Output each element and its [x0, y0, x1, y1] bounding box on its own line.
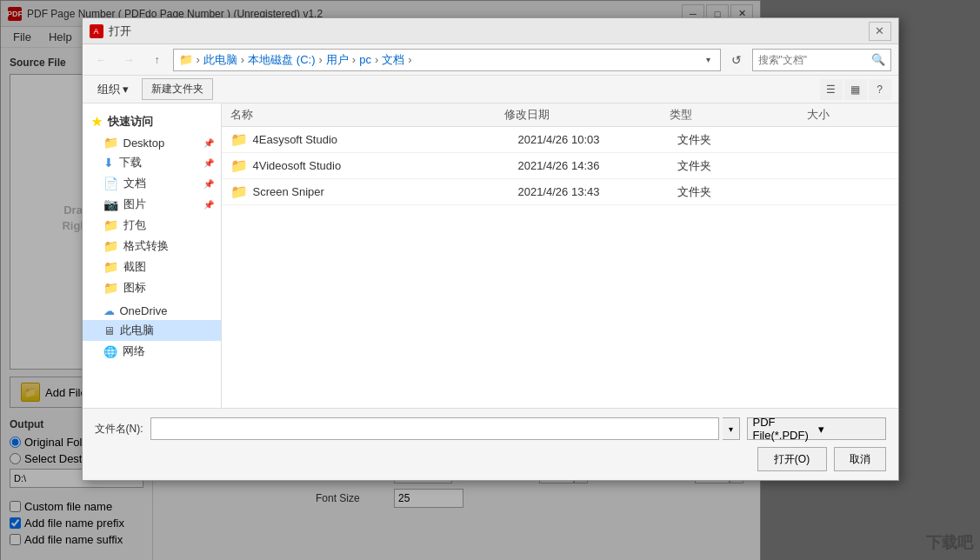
dialog-cancel-button[interactable]: 取消 [834, 447, 886, 471]
dialog-title: 打开 [109, 23, 131, 39]
breadcrumb-docs[interactable]: 文档 [382, 52, 404, 68]
documents-folder-icon: 📄 [103, 177, 118, 190]
dialog-toolbar: ← → ↑ 📁 › 此电脑 › 本地磁盘 (C:) › 用户 › pc › 文档… [83, 44, 898, 76]
file-date-1: 2021/4/26 14:36 [518, 159, 677, 172]
sidebar-item-documents[interactable]: 📄 文档 📌 [83, 173, 221, 194]
nav-forward-button[interactable]: → [117, 49, 142, 71]
desktop-label: Desktop [123, 137, 165, 150]
dialog-overlay: A 打开 ✕ ← → ↑ 📁 › 此电脑 › 本地磁盘 (C:) › 用户 › … [0, 0, 980, 560]
sidebar-item-format[interactable]: 📁 格式转换 [83, 236, 221, 257]
file-list-header: 名称 修改日期 类型 大小 [222, 103, 898, 127]
sidebar-item-icon[interactable]: 📁 图标 [83, 277, 221, 298]
col-size[interactable]: 大小 [807, 107, 890, 123]
filename-input-wrap: ▾ [150, 417, 740, 440]
breadcrumb-sep3: › [352, 53, 356, 66]
sidebar-item-network[interactable]: 🌐 网络 [83, 341, 221, 362]
downloads-pin: 📌 [203, 158, 214, 168]
onedrive-label: OneDrive [120, 304, 168, 317]
sidebar-item-package[interactable]: 📁 打包 [83, 215, 221, 236]
file-name-0: 4Easysoft Studio [253, 133, 518, 146]
onedrive-icon: ☁ [103, 304, 115, 317]
quick-access-label: 快速访问 [108, 114, 153, 130]
view-help-button[interactable]: ? [869, 79, 891, 100]
filename-label: 文件名(N): [95, 422, 143, 437]
breadcrumb-sep1: › [241, 53, 244, 66]
search-box: 🔍 [752, 49, 891, 71]
filetype-label: PDF File(*.PDF) [753, 416, 815, 442]
dialog-sidebar: ★ 快速访问 📁 Desktop 📌 ⬇ 下载 📌 📄 文档 📌 [83, 103, 222, 408]
dialog-titlebar-left: A 打开 [90, 23, 131, 39]
file-type-1: 文件夹 [677, 158, 810, 174]
sidebar-item-downloads[interactable]: ⬇ 下载 📌 [83, 152, 221, 173]
desktop-folder-icon: 📁 [103, 136, 118, 150]
format-folder-icon: 📁 [103, 239, 118, 253]
sidebar-item-desktop[interactable]: 📁 Desktop 📌 [83, 133, 221, 152]
file-date-0: 2021/4/26 10:03 [518, 133, 677, 146]
refresh-button[interactable]: ↺ [724, 49, 749, 71]
breadcrumb-icon: 📁 [179, 53, 193, 66]
organize-label: 组织 [97, 82, 120, 97]
organize-chevron: ▾ [123, 83, 129, 96]
dialog-file-area: 名称 修改日期 类型 大小 📁 4Easysoft Studio 2021/4/… [222, 103, 898, 408]
format-label: 格式转换 [123, 238, 169, 254]
sidebar-item-pictures[interactable]: 📷 图片 📌 [83, 194, 221, 215]
col-name[interactable]: 名称 [230, 107, 505, 123]
breadcrumb-users[interactable]: 用户 [326, 52, 349, 68]
file-row-2[interactable]: 📁 Screen Sniper 2021/4/26 13:43 文件夹 [222, 179, 898, 205]
view-list-button[interactable]: ☰ [820, 79, 843, 100]
view-controls: ☰ ▦ ? [820, 79, 891, 100]
new-folder-button[interactable]: 新建文件夹 [142, 78, 213, 100]
sidebar-item-screenshot[interactable]: 📁 截图 [83, 257, 221, 277]
icon-label: 图标 [123, 280, 146, 296]
breadcrumb-thispc[interactable]: 此电脑 [203, 52, 237, 68]
pictures-pin: 📌 [203, 200, 214, 210]
filename-input[interactable] [150, 417, 719, 440]
dialog-toolbar2: 组织 ▾ 新建文件夹 ☰ ▦ ? [83, 76, 898, 103]
breadcrumb-cdrive[interactable]: 本地磁盘 (C:) [248, 52, 315, 68]
file-name-2: Screen Sniper [253, 185, 518, 198]
col-type[interactable]: 类型 [670, 107, 807, 123]
quick-access-star: ★ [91, 115, 103, 129]
breadcrumb-bar: 📁 › 此电脑 › 本地磁盘 (C:) › 用户 › pc › 文档 › ▾ [173, 49, 721, 71]
sidebar-item-onedrive[interactable]: ☁ OneDrive [83, 302, 221, 320]
filename-dropdown[interactable]: ▾ [723, 417, 740, 440]
col-date[interactable]: 修改日期 [504, 107, 670, 123]
downloads-label: 下载 [119, 155, 142, 170]
file-row-1[interactable]: 📁 4Videosoft Studio 2021/4/26 14:36 文件夹 [222, 153, 898, 179]
network-label: 网络 [123, 343, 145, 359]
file-name-1: 4Videosoft Studio [253, 159, 518, 172]
breadcrumb-sep2: › [318, 53, 322, 66]
breadcrumb-dropdown[interactable]: ▾ [703, 54, 715, 66]
dialog-close-button[interactable]: ✕ [869, 22, 891, 41]
search-icon: 🔍 [871, 53, 885, 66]
breadcrumb-pc[interactable]: pc [359, 53, 371, 66]
sidebar-item-thispc[interactable]: 🖥 此电脑 [83, 320, 221, 341]
nav-back-button[interactable]: ← [90, 49, 114, 71]
network-icon: 🌐 [103, 345, 117, 358]
file-date-2: 2021/4/26 13:43 [518, 185, 677, 198]
quick-access-header[interactable]: ★ 快速访问 [83, 110, 221, 133]
folder-icon-1: 📁 [230, 157, 248, 174]
view-details-button[interactable]: ▦ [844, 79, 867, 100]
breadcrumb-sep5: › [408, 53, 411, 66]
filename-row: 文件名(N): ▾ PDF File(*.PDF) ▾ [95, 417, 886, 440]
dialog-ok-button[interactable]: 打开(O) [757, 447, 827, 471]
dialog-titlebar: A 打开 ✕ [83, 18, 898, 44]
organize-button[interactable]: 组织 ▾ [90, 79, 137, 100]
screenshot-label: 截图 [123, 259, 146, 275]
search-input[interactable] [758, 54, 868, 66]
dialog-body: ★ 快速访问 📁 Desktop 📌 ⬇ 下载 📌 📄 文档 📌 [83, 103, 898, 408]
file-dialog: A 打开 ✕ ← → ↑ 📁 › 此电脑 › 本地磁盘 (C:) › 用户 › … [82, 17, 899, 481]
screenshot-folder-icon: 📁 [103, 260, 118, 274]
nav-up-button[interactable]: ↑ [145, 49, 170, 71]
filetype-select[interactable]: PDF File(*.PDF) ▾ [747, 417, 886, 440]
file-row-0[interactable]: 📁 4Easysoft Studio 2021/4/26 10:03 文件夹 [222, 127, 898, 153]
thispc-icon: 🖥 [103, 324, 115, 337]
file-type-0: 文件夹 [677, 132, 810, 148]
package-label: 打包 [123, 217, 146, 233]
pictures-label: 图片 [123, 197, 146, 212]
folder-icon-0: 📁 [230, 131, 248, 148]
downloads-folder-icon: ⬇ [103, 156, 114, 170]
package-folder-icon: 📁 [103, 218, 118, 232]
dialog-app-icon: A [90, 24, 103, 38]
